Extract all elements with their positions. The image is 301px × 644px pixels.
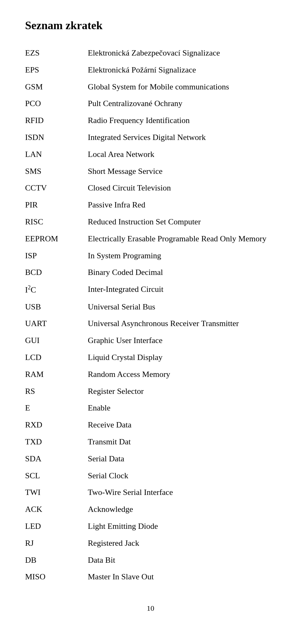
table-row: UARTUniversal Asynchronous Receiver Tran… [25,315,276,332]
table-row: EEnable [25,400,276,416]
acronym-abbr: SCL [25,467,88,484]
acronym-abbr: DB [25,552,88,569]
table-row: RISCReduced Instruction Set Computer [25,213,276,230]
acronym-full: Data Bit [88,552,276,569]
table-row: RJRegistered Jack [25,535,276,552]
table-row: ISPIn System Programing [25,247,276,264]
acronym-full: Pult Centralizované Ochrany [88,95,276,112]
acronym-abbr: GSM [25,78,88,95]
table-row: RAMRandom Access Memory [25,366,276,383]
acronym-full: Master In Slave Out [88,568,276,585]
acronym-abbr: EPS [25,62,88,78]
acronym-abbr: RAM [25,366,88,383]
acronym-full: Integrated Services Digital Network [88,129,276,146]
table-row: EZSElektronická Zabezpečovací Signalizac… [25,45,276,62]
acronym-full: Enable [88,400,276,416]
acronym-abbr: EEPROM [25,230,88,247]
table-row: ISDNIntegrated Services Digital Network [25,129,276,146]
acronym-full: Global System for Mobile communications [88,78,276,95]
acronym-abbr: UART [25,315,88,332]
table-row: RXDReceive Data [25,416,276,433]
table-row: EPSElektronická Požární Signalizace [25,62,276,78]
acronym-full: Light Emitting Diode [88,518,276,535]
table-row: ACKAcknowledge [25,501,276,518]
acronym-full: Passive Infra Red [88,196,276,213]
acronym-abbr: ISP [25,247,88,264]
acronym-abbr: LED [25,518,88,535]
table-row: PCOPult Centralizované Ochrany [25,95,276,112]
table-row: TXDTransmit Dat [25,433,276,450]
acronym-full: Register Selector [88,383,276,400]
page-title: Seznam zkratek [25,19,276,32]
acronym-abbr: LCD [25,349,88,366]
acronym-full: Transmit Dat [88,433,276,450]
table-row: RSRegister Selector [25,383,276,400]
table-row: SMSShort Message Service [25,163,276,180]
acronym-full: Local Area Network [88,146,276,163]
acronym-full: Liquid Crystal Display [88,349,276,366]
acronym-full: Short Message Service [88,163,276,180]
table-row: TWITwo-Wire Serial Interface [25,484,276,501]
table-row: SCLSerial Clock [25,467,276,484]
table-row: EEPROMElectrically Erasable Programable … [25,230,276,247]
acronym-abbr: RISC [25,213,88,230]
acronym-abbr: SDA [25,450,88,467]
acronym-abbr: LAN [25,146,88,163]
acronym-abbr: TXD [25,433,88,450]
acronym-full: In System Programing [88,247,276,264]
page-number: 10 [25,604,276,613]
acronym-abbr: MISO [25,568,88,585]
acronym-abbr: RXD [25,416,88,433]
acronym-full: Elektronická Zabezpečovací Signalizace [88,45,276,62]
acronym-abbr: RJ [25,535,88,552]
acronym-abbr: CCTV [25,180,88,196]
table-row: I2CInter-Integrated Circuit [25,281,276,298]
acronym-full: Registered Jack [88,535,276,552]
table-row: PIRPassive Infra Red [25,196,276,213]
acronym-full: Serial Data [88,450,276,467]
table-row: CCTVClosed Circuit Television [25,180,276,196]
acronym-full: Two-Wire Serial Interface [88,484,276,501]
acronym-abbr: ISDN [25,129,88,146]
acronym-full: Binary Coded Decimal [88,264,276,281]
acronym-full: Radio Frequency Identification [88,112,276,129]
acronym-abbr: E [25,400,88,416]
acronym-full: Random Access Memory [88,366,276,383]
acronym-abbr: EZS [25,45,88,62]
acronym-abbr: GUI [25,332,88,349]
acronym-full: Elektronická Požární Signalizace [88,62,276,78]
acronym-full: Reduced Instruction Set Computer [88,213,276,230]
acronym-full: Receive Data [88,416,276,433]
table-row: LEDLight Emitting Diode [25,518,276,535]
table-row: GSMGlobal System for Mobile communicatio… [25,78,276,95]
table-row: MISOMaster In Slave Out [25,568,276,585]
table-row: GUIGraphic User Interface [25,332,276,349]
acronym-abbr: TWI [25,484,88,501]
table-row: SDASerial Data [25,450,276,467]
acronym-abbr: PIR [25,196,88,213]
acronym-abbr: SMS [25,163,88,180]
acronym-table: EZSElektronická Zabezpečovací Signalizac… [25,45,276,585]
table-row: LCDLiquid Crystal Display [25,349,276,366]
table-row: RFIDRadio Frequency Identification [25,112,276,129]
acronym-full: Universal Asynchronous Receiver Transmit… [88,315,276,332]
table-row: BCDBinary Coded Decimal [25,264,276,281]
acronym-full: Acknowledge [88,501,276,518]
acronym-full: Universal Serial Bus [88,298,276,315]
acronym-abbr: RS [25,383,88,400]
acronym-abbr: USB [25,298,88,315]
acronym-full: Graphic User Interface [88,332,276,349]
acronym-full: Inter-Integrated Circuit [88,281,276,298]
acronym-abbr: RFID [25,112,88,129]
acronym-full: Closed Circuit Television [88,180,276,196]
acronym-abbr: PCO [25,95,88,112]
table-row: LANLocal Area Network [25,146,276,163]
acronym-abbr: ACK [25,501,88,518]
acronym-full: Serial Clock [88,467,276,484]
acronym-abbr: BCD [25,264,88,281]
table-row: DBData Bit [25,552,276,569]
acronym-abbr: I2C [25,281,88,298]
table-row: USBUniversal Serial Bus [25,298,276,315]
acronym-full: Electrically Erasable Programable Read O… [88,230,276,247]
